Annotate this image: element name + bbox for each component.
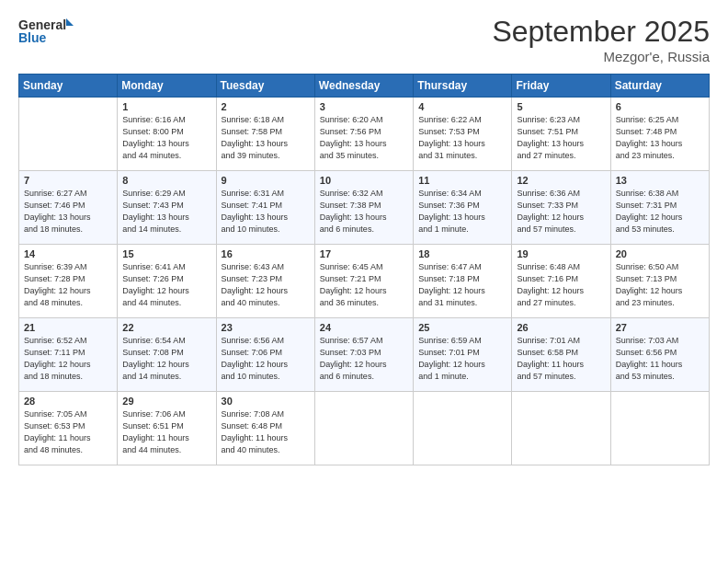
- day-cell: 5Sunrise: 6:23 AMSunset: 7:51 PMDaylight…: [512, 98, 610, 171]
- day-info: Sunrise: 6:50 AMSunset: 7:13 PMDaylight:…: [616, 261, 704, 309]
- day-number: 10: [320, 175, 408, 186]
- day-number: 14: [24, 248, 112, 259]
- column-header-tuesday: Tuesday: [216, 75, 314, 98]
- day-info: Sunrise: 6:47 AMSunset: 7:18 PMDaylight:…: [418, 261, 506, 309]
- day-cell: 17Sunrise: 6:45 AMSunset: 7:21 PMDayligh…: [314, 245, 413, 318]
- svg-marker-2: [66, 18, 74, 26]
- week-row-5: 28Sunrise: 7:05 AMSunset: 6:53 PMDayligh…: [19, 392, 710, 465]
- day-info: Sunrise: 6:29 AMSunset: 7:43 PMDaylight:…: [122, 188, 210, 236]
- column-header-friday: Friday: [512, 75, 610, 98]
- day-info: Sunrise: 6:41 AMSunset: 7:26 PMDaylight:…: [122, 261, 210, 309]
- day-info: Sunrise: 6:45 AMSunset: 7:21 PMDaylight:…: [320, 261, 408, 309]
- day-number: 16: [222, 248, 310, 259]
- day-info: Sunrise: 6:36 AMSunset: 7:33 PMDaylight:…: [517, 188, 605, 236]
- day-number: 2: [222, 101, 310, 112]
- week-row-2: 7Sunrise: 6:27 AMSunset: 7:46 PMDaylight…: [19, 171, 710, 245]
- day-info: Sunrise: 7:01 AMSunset: 6:58 PMDaylight:…: [517, 335, 605, 383]
- day-number: 5: [517, 101, 605, 112]
- day-number: 12: [517, 175, 605, 186]
- day-info: Sunrise: 6:27 AMSunset: 7:46 PMDaylight:…: [24, 188, 112, 236]
- day-cell: 2Sunrise: 6:18 AMSunset: 7:58 PMDaylight…: [216, 98, 314, 171]
- title-block: September 2025 Mezgor'e, Russia: [492, 15, 710, 64]
- day-cell: [512, 392, 610, 465]
- day-cell: 30Sunrise: 7:08 AMSunset: 6:48 PMDayligh…: [216, 392, 314, 465]
- day-info: Sunrise: 6:54 AMSunset: 7:08 PMDaylight:…: [122, 335, 210, 383]
- header-row: SundayMondayTuesdayWednesdayThursdayFrid…: [19, 75, 710, 98]
- column-header-wednesday: Wednesday: [314, 75, 413, 98]
- day-cell: 14Sunrise: 6:39 AMSunset: 7:28 PMDayligh…: [19, 245, 118, 318]
- day-info: Sunrise: 6:23 AMSunset: 7:51 PMDaylight:…: [517, 114, 605, 162]
- column-header-saturday: Saturday: [610, 75, 709, 98]
- page: General Blue September 2025 Mezgor'e, Ru…: [0, 0, 728, 563]
- day-cell: 20Sunrise: 6:50 AMSunset: 7:13 PMDayligh…: [610, 245, 709, 318]
- day-number: 27: [616, 322, 704, 333]
- day-number: 11: [418, 175, 506, 186]
- week-row-4: 21Sunrise: 6:52 AMSunset: 7:11 PMDayligh…: [19, 318, 710, 392]
- day-cell: 23Sunrise: 6:56 AMSunset: 7:06 PMDayligh…: [216, 318, 314, 392]
- day-number: 4: [418, 101, 506, 112]
- day-cell: 8Sunrise: 6:29 AMSunset: 7:43 PMDaylight…: [118, 171, 216, 245]
- day-number: 25: [418, 322, 506, 333]
- day-info: Sunrise: 7:03 AMSunset: 6:56 PMDaylight:…: [616, 335, 704, 383]
- day-number: 1: [122, 101, 210, 112]
- day-number: 17: [320, 248, 408, 259]
- day-info: Sunrise: 6:20 AMSunset: 7:56 PMDaylight:…: [320, 114, 408, 162]
- day-cell: 28Sunrise: 7:05 AMSunset: 6:53 PMDayligh…: [19, 392, 118, 465]
- day-info: Sunrise: 7:08 AMSunset: 6:48 PMDaylight:…: [222, 408, 310, 456]
- day-cell: [19, 98, 118, 171]
- week-row-3: 14Sunrise: 6:39 AMSunset: 7:28 PMDayligh…: [19, 245, 710, 318]
- day-cell: 15Sunrise: 6:41 AMSunset: 7:26 PMDayligh…: [118, 245, 216, 318]
- day-cell: [314, 392, 413, 465]
- day-number: 3: [320, 101, 408, 112]
- day-info: Sunrise: 6:22 AMSunset: 7:53 PMDaylight:…: [418, 114, 506, 162]
- day-info: Sunrise: 6:18 AMSunset: 7:58 PMDaylight:…: [222, 114, 310, 162]
- logo-svg: General Blue: [18, 15, 74, 50]
- day-cell: 7Sunrise: 6:27 AMSunset: 7:46 PMDaylight…: [19, 171, 118, 245]
- day-info: Sunrise: 6:38 AMSunset: 7:31 PMDaylight:…: [616, 188, 704, 236]
- day-cell: 18Sunrise: 6:47 AMSunset: 7:18 PMDayligh…: [414, 245, 512, 318]
- calendar: SundayMondayTuesdayWednesdayThursdayFrid…: [18, 74, 710, 465]
- day-number: 29: [122, 396, 210, 407]
- day-number: 26: [517, 322, 605, 333]
- day-number: 23: [222, 322, 310, 333]
- day-info: Sunrise: 6:48 AMSunset: 7:16 PMDaylight:…: [517, 261, 605, 309]
- week-row-1: 1Sunrise: 6:16 AMSunset: 8:00 PMDaylight…: [19, 98, 710, 171]
- day-number: 7: [24, 175, 112, 186]
- column-header-monday: Monday: [118, 75, 216, 98]
- logo: General Blue: [18, 15, 74, 50]
- day-info: Sunrise: 6:59 AMSunset: 7:01 PMDaylight:…: [418, 335, 506, 383]
- day-cell: 11Sunrise: 6:34 AMSunset: 7:36 PMDayligh…: [414, 171, 512, 245]
- day-number: 28: [24, 396, 112, 407]
- day-cell: 22Sunrise: 6:54 AMSunset: 7:08 PMDayligh…: [118, 318, 216, 392]
- day-cell: 29Sunrise: 7:06 AMSunset: 6:51 PMDayligh…: [118, 392, 216, 465]
- day-number: 13: [616, 175, 704, 186]
- month-title: September 2025: [492, 15, 710, 49]
- column-header-sunday: Sunday: [19, 75, 118, 98]
- day-info: Sunrise: 6:16 AMSunset: 8:00 PMDaylight:…: [122, 114, 210, 162]
- day-info: Sunrise: 6:56 AMSunset: 7:06 PMDaylight:…: [222, 335, 310, 383]
- day-cell: 19Sunrise: 6:48 AMSunset: 7:16 PMDayligh…: [512, 245, 610, 318]
- day-info: Sunrise: 6:43 AMSunset: 7:23 PMDaylight:…: [222, 261, 310, 309]
- day-number: 6: [616, 101, 704, 112]
- day-cell: 12Sunrise: 6:36 AMSunset: 7:33 PMDayligh…: [512, 171, 610, 245]
- day-number: 9: [222, 175, 310, 186]
- day-info: Sunrise: 6:32 AMSunset: 7:38 PMDaylight:…: [320, 188, 408, 236]
- day-cell: 16Sunrise: 6:43 AMSunset: 7:23 PMDayligh…: [216, 245, 314, 318]
- column-header-thursday: Thursday: [414, 75, 512, 98]
- day-number: 21: [24, 322, 112, 333]
- day-cell: 24Sunrise: 6:57 AMSunset: 7:03 PMDayligh…: [314, 318, 413, 392]
- svg-text:Blue: Blue: [18, 30, 47, 45]
- day-cell: 21Sunrise: 6:52 AMSunset: 7:11 PMDayligh…: [19, 318, 118, 392]
- day-cell: 6Sunrise: 6:25 AMSunset: 7:48 PMDaylight…: [610, 98, 709, 171]
- day-cell: 13Sunrise: 6:38 AMSunset: 7:31 PMDayligh…: [610, 171, 709, 245]
- day-cell: 3Sunrise: 6:20 AMSunset: 7:56 PMDaylight…: [314, 98, 413, 171]
- day-info: Sunrise: 6:31 AMSunset: 7:41 PMDaylight:…: [222, 188, 310, 236]
- day-cell: 9Sunrise: 6:31 AMSunset: 7:41 PMDaylight…: [216, 171, 314, 245]
- day-info: Sunrise: 6:25 AMSunset: 7:48 PMDaylight:…: [616, 114, 704, 162]
- day-number: 19: [517, 248, 605, 259]
- day-cell: 27Sunrise: 7:03 AMSunset: 6:56 PMDayligh…: [610, 318, 709, 392]
- day-info: Sunrise: 7:05 AMSunset: 6:53 PMDaylight:…: [24, 408, 112, 456]
- day-cell: [610, 392, 709, 465]
- day-number: 20: [616, 248, 704, 259]
- day-cell: 10Sunrise: 6:32 AMSunset: 7:38 PMDayligh…: [314, 171, 413, 245]
